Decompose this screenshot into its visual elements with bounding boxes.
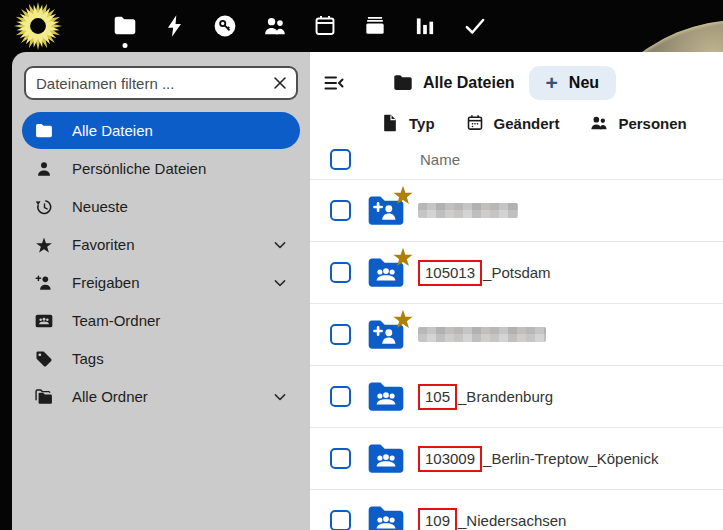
file-name[interactable]: 109_Niedersachsen	[418, 508, 723, 530]
row-checkbox[interactable]	[330, 448, 351, 469]
folder-share-icon	[366, 318, 406, 351]
chevron-down-icon[interactable]	[270, 387, 290, 407]
file-row[interactable]	[310, 304, 723, 366]
person-icon-svg	[34, 159, 54, 179]
star-icon-svg	[34, 235, 54, 255]
folder-group-icon	[366, 256, 406, 289]
name-column-header[interactable]: Name	[418, 151, 723, 168]
folder-group-icon	[366, 380, 406, 413]
filename-filter-input[interactable]	[24, 66, 298, 100]
filename-filter	[24, 66, 298, 100]
sidebar-item-neueste[interactable]: Neueste	[22, 188, 300, 225]
history-icon	[34, 197, 54, 217]
files-content: Alle Dateien + Neu TypGeändertPersonen N…	[310, 52, 723, 530]
person-plus-icon-svg	[34, 273, 54, 293]
file-name[interactable]	[418, 203, 723, 218]
contacts-icon	[262, 13, 288, 39]
gruene-sunflower-logo[interactable]	[12, 1, 64, 51]
app-menu	[112, 13, 488, 39]
collapse-nav-icon	[322, 71, 346, 95]
filter-chip-geändert[interactable]: Geändert	[465, 113, 560, 133]
folder-icon	[392, 72, 414, 94]
favorite-star-svg	[392, 184, 414, 206]
filter-chip-typ[interactable]: Typ	[380, 113, 435, 133]
files-sidebar: Alle DateienPersönliche DateienNeuesteFa…	[12, 52, 310, 530]
row-checkbox[interactable]	[330, 262, 351, 283]
file-name-prefix-annotation-box: 105013	[418, 260, 482, 286]
folder-icon	[34, 121, 54, 141]
favorite-star-icon	[392, 246, 414, 268]
nextcloud-window: Alle DateienPersönliche DateienNeuesteFa…	[0, 0, 723, 530]
file-name-prefix-annotation-box: 105	[418, 384, 457, 410]
file-name[interactable]: 105013_Potsdam	[418, 260, 723, 286]
file-row[interactable]: 105013_Potsdam	[310, 242, 723, 304]
contacts-app-button[interactable]	[262, 13, 288, 39]
app-body: Alle DateienPersönliche DateienNeuesteFa…	[0, 52, 723, 530]
file-name-prefix-annotation-box: 103009	[418, 446, 482, 472]
row-checkbox[interactable]	[330, 324, 351, 345]
chevron-down-icon[interactable]	[270, 273, 290, 293]
tag-icon	[34, 349, 54, 369]
file-row[interactable]	[310, 180, 723, 242]
sidebar-item-label: Freigaben	[72, 274, 140, 291]
breadcrumb-label: Alle Dateien	[423, 74, 515, 92]
deck-app-button[interactable]	[362, 13, 388, 39]
sidebar-item-alle-ordner[interactable]: Alle Ordner	[22, 378, 300, 415]
folders-icon-svg	[34, 387, 54, 407]
file-name-suffix: _Brandenburg	[458, 388, 553, 405]
favorite-star-icon	[392, 184, 414, 206]
people-svg	[589, 113, 609, 133]
sidebar-item-tags[interactable]: Tags	[22, 340, 300, 377]
top-app-bar	[0, 0, 723, 52]
filter-chip-personen[interactable]: Personen	[589, 113, 686, 133]
select-all-checkbox[interactable]	[330, 149, 351, 170]
row-checkbox[interactable]	[330, 200, 351, 221]
files-table: Name 105013_Potsdam105_Brandenburg103009…	[310, 140, 723, 530]
file-row[interactable]: 105_Brandenburg	[310, 366, 723, 428]
tasks-app-button[interactable]	[462, 13, 488, 39]
chevron-down-icon[interactable]	[270, 235, 290, 255]
file-row[interactable]: 109_Niedersachsen	[310, 490, 723, 530]
calendar-outline-icon	[465, 113, 485, 133]
plus-icon: +	[546, 72, 558, 93]
sidebar-item-alle-dateien[interactable]: Alle Dateien	[22, 112, 300, 149]
folder-icon-svg	[34, 121, 54, 141]
breadcrumb[interactable]: Alle Dateien	[392, 72, 515, 94]
team-folder-icon	[34, 311, 54, 331]
file-row[interactable]: 103009_Berlin-Treptow_Köpenick	[310, 428, 723, 490]
new-button[interactable]: + Neu	[529, 66, 617, 100]
calendar-app-button[interactable]	[312, 13, 338, 39]
analytics-icon	[412, 13, 438, 39]
file-name[interactable]: 103009_Berlin-Treptow_Köpenick	[418, 446, 723, 472]
file-name[interactable]	[418, 327, 723, 342]
file-name[interactable]: 105_Brandenburg	[418, 384, 723, 410]
close-icon	[270, 73, 290, 93]
analytics-app-button[interactable]	[412, 13, 438, 39]
sidebar-item-persönliche-dateien[interactable]: Persönliche Dateien	[22, 150, 300, 187]
people-icon	[589, 113, 609, 133]
folder-share-icon	[366, 194, 406, 227]
sidebar-item-label: Tags	[72, 350, 104, 367]
row-checkbox[interactable]	[330, 510, 351, 530]
sidebar-item-label: Neueste	[72, 198, 128, 215]
clear-filter-button[interactable]	[267, 70, 293, 96]
file-name-prefix-annotation-box: 109	[418, 508, 457, 530]
file-icon	[380, 113, 400, 133]
redacted-file-name	[418, 327, 546, 342]
favorite-star-icon	[392, 308, 414, 330]
chevron-down-svg	[270, 235, 290, 255]
sidebar-item-favoriten[interactable]: Favoriten	[22, 226, 300, 263]
activity-app-button[interactable]	[162, 13, 188, 39]
sidebar-item-team-ordner[interactable]: Team-Ordner	[22, 302, 300, 339]
collapse-sidebar-button[interactable]	[320, 68, 350, 98]
deck-icon	[362, 13, 388, 39]
files-app-button[interactable]	[112, 13, 138, 39]
blue-folder-svg	[366, 380, 406, 413]
passwords-app-button[interactable]	[212, 13, 238, 39]
file-list: 105013_Potsdam105_Brandenburg103009_Berl…	[310, 180, 723, 530]
activity-icon	[162, 13, 188, 39]
person-plus-icon	[34, 273, 54, 293]
file-name-suffix: _Berlin-Treptow_Köpenick	[483, 450, 658, 467]
sidebar-item-freigaben[interactable]: Freigaben	[22, 264, 300, 301]
row-checkbox[interactable]	[330, 386, 351, 407]
